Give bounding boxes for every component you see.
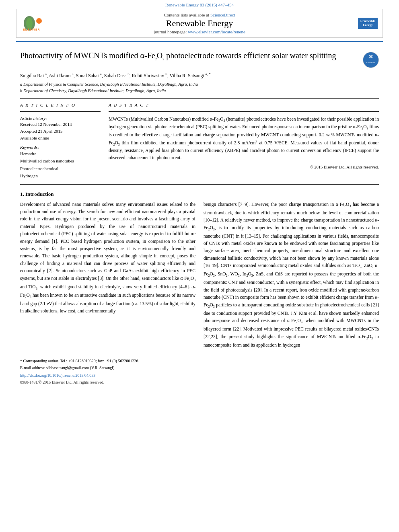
sciencedirect-link[interactable]: ScienceDirect	[210, 12, 235, 17]
intro-right-column: benign characters [7–9]. However, the po…	[204, 201, 379, 352]
journal-reference: Renewable Energy 83 (2015) 447–454	[0, 0, 399, 9]
intro-left-para1: Development of advanced nano materials s…	[20, 201, 195, 315]
article-info-column: A R T I C L E I N F O Article history: R…	[20, 103, 101, 180]
contents-text: Contents lists available at	[164, 12, 210, 17]
received-date: Received 12 November 2014	[20, 121, 101, 127]
keywords-section: Keywords: Hematite Multiwalled carbon na…	[20, 145, 101, 179]
abstract-inner-divider	[109, 111, 379, 112]
keyword-photoelectrochemical: Photoelectrochemical	[20, 165, 101, 172]
article-title-row: Photoactivity of MWCNTs modified α-Fe2O3…	[20, 50, 379, 68]
svg-text:ELSEVIER: ELSEVIER	[23, 28, 40, 31]
footnote-section: * Corresponding author. Tel.: +91 812691…	[20, 356, 379, 385]
keyword-hydrogen: Hydrogen	[20, 173, 101, 179]
keyword-mwcnt: Multiwalled carbon nanotubes	[20, 158, 101, 164]
svg-point-2	[36, 18, 42, 24]
email-address: E-mail address: vibhasatsangi@gmail.com …	[20, 365, 379, 371]
keyword-hematite: Hematite	[20, 150, 101, 157]
homepage-line: journal homepage: www.elsevier.com/locat…	[53, 29, 346, 34]
intro-right-para1: benign characters [7–9]. However, the po…	[204, 201, 379, 349]
article-info-inner-divider	[20, 111, 101, 112]
article-info-heading: A R T I C L E I N F O	[20, 103, 101, 107]
intro-body-columns: Development of advanced nano materials s…	[20, 201, 379, 352]
abstract-heading: A B S T R A C T	[109, 103, 379, 107]
article-main: Photoactivity of MWCNTs modified α-Fe2O3…	[0, 42, 399, 390]
introduction-section: 1. Introduction Development of advanced …	[20, 191, 379, 352]
re-logo-box: Renewable Energy	[346, 18, 378, 29]
affiliation-a: a Department of Physics & Computer Scien…	[20, 81, 379, 88]
intro-heading: 1. Introduction	[20, 191, 379, 197]
affiliations: a Department of Physics & Computer Scien…	[20, 81, 379, 94]
elsevier-logo-svg: ELSEVIER	[21, 15, 49, 31]
affiliation-b: b Department of Chemistry, Dayalbagh Edu…	[20, 88, 379, 94]
crossmark-badge: ✕ CrossMark	[363, 52, 379, 68]
issn-copyright: 0960-1481/© 2015 Elsevier Ltd. All right…	[20, 379, 379, 385]
homepage-text: journal homepage:	[154, 29, 188, 34]
intro-left-column: Development of advanced nano materials s…	[20, 201, 195, 352]
doi-link[interactable]: http://dx.doi.org/10.1016/j.renene.2015.…	[20, 372, 379, 378]
available-online: Available online	[20, 135, 101, 141]
authors-line: Snigdha Rai a, Ashi Ikram a, Sonal Sahai…	[20, 72, 379, 79]
copyright-line: © 2015 Elsevier Ltd. All rights reserved…	[109, 165, 379, 169]
journal-title: Renewable Energy	[53, 18, 346, 29]
accepted-date: Accepted 21 April 2015	[20, 128, 101, 134]
crossmark-logo: ✕ CrossMark	[357, 50, 379, 68]
corresponding-author: * Corresponding author. Tel.: +91 812691…	[20, 358, 379, 364]
svg-point-1	[26, 18, 33, 29]
journal-header-center: Contents lists available at ScienceDirec…	[53, 12, 346, 34]
article-info-abstract-row: A R T I C L E I N F O Article history: R…	[20, 103, 379, 180]
main-body-divider	[20, 184, 379, 185]
article-title: Photoactivity of MWCNTs modified α-Fe2O3…	[20, 50, 357, 62]
abstract-column: A B S T R A C T MWCNTs (Multiwalled Carb…	[109, 103, 379, 180]
abstract-text: MWCNTs (Multiwalled Carbon Nanotubes) mo…	[109, 116, 379, 162]
contents-available-line: Contents lists available at ScienceDirec…	[53, 12, 346, 17]
history-heading: Article history:	[20, 116, 101, 121]
homepage-link[interactable]: www.elsevier.com/locate/renene	[188, 29, 245, 34]
elsevier-logo: ELSEVIER	[21, 15, 53, 31]
keywords-heading: Keywords:	[20, 145, 101, 150]
journal-ref-text: Renewable Energy 83 (2015) 447–454	[165, 2, 234, 7]
article-info-divider	[20, 98, 379, 99]
renewable-energy-logo: Renewable Energy	[358, 18, 378, 29]
doi-url[interactable]: http://dx.doi.org/10.1016/j.renene.2015.…	[20, 373, 95, 378]
journal-header: ELSEVIER Contents lists available at Sci…	[16, 9, 383, 38]
